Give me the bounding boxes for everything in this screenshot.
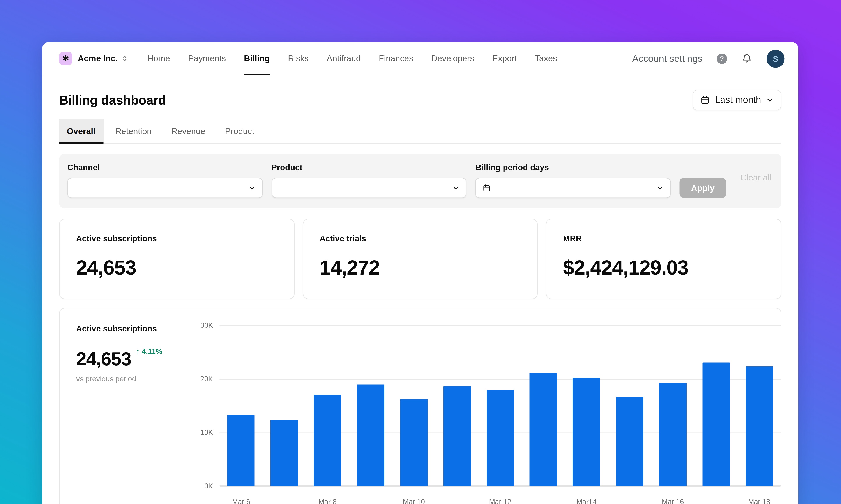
dashboard-tabs: OverallRetentionRevenueProduct — [59, 119, 782, 144]
bar-mar-16[interactable] — [659, 383, 687, 486]
page-header: Billing dashboard Last month — [59, 90, 782, 110]
channel-label: Channel — [67, 163, 263, 172]
company-switcher[interactable]: Acme Inc. — [78, 54, 129, 64]
filter-product: Product — [271, 163, 467, 198]
bar-mar-9[interactable] — [357, 384, 384, 486]
apply-button[interactable]: Apply — [680, 178, 726, 198]
metric-card-active-subscriptions: Active subscriptions24,653 — [59, 219, 294, 299]
chart-header: Active subscriptions 24,653 ↑ 4.11% vs p… — [76, 324, 208, 383]
user-avatar[interactable]: S — [767, 50, 785, 68]
chevron-down-icon — [248, 184, 256, 192]
nav-item-home[interactable]: Home — [148, 42, 170, 75]
bar-chart-plot-area: 30K20K10K0K — [220, 325, 781, 486]
bar-mar-13[interactable] — [530, 373, 557, 486]
gridline-20k — [220, 379, 781, 380]
page-title: Billing dashboard — [59, 93, 166, 108]
nav-item-risks[interactable]: Risks — [288, 42, 309, 75]
asterisk-glyph: ✱ — [62, 54, 69, 64]
bar-mar-8[interactable] — [314, 395, 341, 486]
bar-mar-17[interactable] — [702, 362, 730, 486]
bar-mar-11[interactable] — [443, 386, 471, 486]
company-name: Acme Inc. — [78, 54, 118, 64]
account-settings-link[interactable]: Account settings — [632, 53, 702, 64]
bar-mar-6[interactable] — [227, 415, 255, 486]
date-range-selector[interactable]: Last month — [692, 90, 781, 110]
x-axis-labels: Mar 6Mar 8Mar 10Mar 12Mar14Mar 16Mar 18 — [220, 498, 781, 504]
nav-right: Account settings ? S — [632, 50, 785, 68]
bar-mar-10[interactable] — [400, 399, 428, 486]
metric-label: MRR — [563, 234, 765, 243]
clear-all-button[interactable]: Clear all — [740, 173, 771, 183]
notifications-bell-icon[interactable] — [741, 53, 752, 64]
y-tick-30k: 30K — [185, 321, 213, 330]
nav-links: HomePaymentsBillingRisksAntifraudFinance… — [148, 42, 557, 75]
nav-item-antifraud[interactable]: Antifraud — [327, 42, 361, 75]
nav-item-taxes[interactable]: Taxes — [535, 42, 557, 75]
company-logo asterisk-icon[interactable]: ✱ — [59, 52, 72, 65]
chevron-down-icon — [657, 184, 664, 192]
nav-item-payments[interactable]: Payments — [188, 42, 226, 75]
calendar-icon — [482, 183, 491, 192]
channel-select[interactable] — [67, 178, 263, 198]
metric-value: 24,653 — [76, 257, 277, 280]
y-tick-20k: 20K — [185, 375, 213, 383]
x-tick-mar-18: Mar 18 — [748, 498, 770, 504]
x-tick-mar-16: Mar 16 — [662, 498, 684, 504]
y-tick-10k: 10K — [185, 428, 213, 437]
bar-mar-15[interactable] — [616, 397, 643, 486]
x-tick-mar14: Mar14 — [577, 498, 597, 504]
billing-period-label: Billing period days — [476, 163, 671, 172]
metric-label: Active subscriptions — [76, 234, 277, 243]
metric-label: Active trials — [320, 234, 521, 243]
bar-mar-12[interactable] — [486, 390, 514, 486]
y-tick-0k: 0K — [185, 482, 213, 491]
nav-item-finances[interactable]: Finances — [379, 42, 413, 75]
metric-card-active-trials: Active trials14,272 — [303, 219, 538, 299]
app-window: ✱ Acme Inc. HomePaymentsBillingRisksAnti… — [0, 0, 841, 504]
nav-item-billing[interactable]: Billing — [244, 42, 270, 75]
product-label: Product — [271, 163, 467, 172]
unfold-more-icon — [121, 55, 129, 62]
billing-period-select[interactable] — [476, 178, 671, 198]
main-panel: ✱ Acme Inc. HomePaymentsBillingRisksAnti… — [42, 42, 799, 504]
bar-mar-7[interactable] — [271, 420, 298, 486]
filter-bar: Channel Product Billing period days — [59, 154, 782, 209]
metric-value: $2,424,129.03 — [563, 257, 765, 280]
bar-mar-18[interactable] — [745, 366, 773, 486]
chart-card: Active subscriptions 24,653 ↑ 4.11% vs p… — [59, 308, 782, 504]
tab-overall[interactable]: Overall — [59, 119, 103, 143]
metric-value: 14,272 — [320, 257, 521, 280]
filter-billing-period: Billing period days — [476, 163, 671, 198]
bar-mar-14[interactable] — [573, 378, 600, 486]
chevron-down-icon — [452, 184, 460, 192]
x-tick-mar-10: Mar 10 — [403, 498, 425, 504]
metric-card-mrr: MRR$2,424,129.03 — [546, 219, 781, 299]
metric-cards-row: Active subscriptions24,653Active trials1… — [59, 219, 782, 299]
chart-kpi-value: 24,653 — [76, 349, 131, 368]
chevron-down-icon — [766, 96, 774, 104]
x-tick-mar-8: Mar 8 — [319, 498, 337, 504]
help-icon[interactable]: ? — [717, 53, 727, 64]
top-navbar: ✱ Acme Inc. HomePaymentsBillingRisksAnti… — [42, 42, 799, 76]
nav-item-developers[interactable]: Developers — [431, 42, 474, 75]
gridline-30k — [220, 325, 781, 326]
chart-delta-badge: ↑ 4.11% — [136, 347, 162, 356]
date-range-value: Last month — [715, 95, 761, 106]
filter-channel: Channel — [67, 163, 263, 198]
tab-revenue[interactable]: Revenue — [164, 119, 213, 143]
x-tick-mar-12: Mar 12 — [489, 498, 511, 504]
product-select[interactable] — [271, 178, 467, 198]
tab-retention[interactable]: Retention — [107, 119, 159, 143]
x-tick-mar-6: Mar 6 — [232, 498, 250, 504]
calendar-icon — [700, 95, 710, 105]
chart-value-row: 24,653 ↑ 4.11% — [76, 349, 208, 368]
tab-product[interactable]: Product — [217, 119, 262, 143]
nav-item-export[interactable]: Export — [492, 42, 517, 75]
